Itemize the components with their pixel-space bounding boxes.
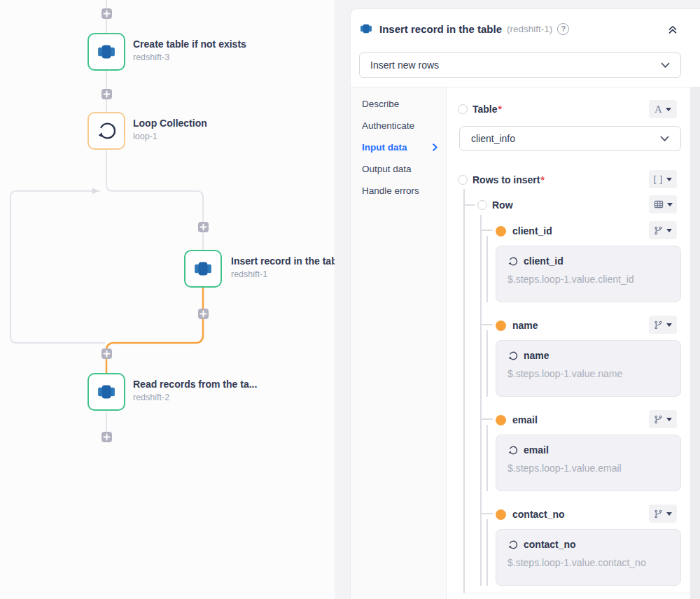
field-head-email: email [496,410,538,430]
node-create-table[interactable] [88,33,125,71]
input-data-form: Table* A client_info [447,87,700,599]
table-radio[interactable] [458,104,468,114]
workflow-canvas[interactable]: Create table if not exists redshift-3 Lo… [0,0,335,599]
table-label: Table* [472,104,502,115]
loop-back-arrowhead [92,188,99,195]
node-title: Read records from the ta... [133,378,257,390]
table-select[interactable]: client_info [459,126,681,151]
field-type-button[interactable] [649,316,677,334]
tree-tick [480,418,493,420]
tree-tick [480,324,493,325]
row-field-head: Row [477,195,513,215]
tab-handle-errors[interactable]: Handle errors [351,180,446,202]
tab-output-data[interactable]: Output data [351,158,446,180]
mapping-type-icon [654,509,663,519]
redshift-icon [96,41,117,62]
rows-field-head: Rows to insert* [458,170,545,190]
loop-ref-icon [507,351,518,361]
section-divider [463,593,690,593]
required-asterisk: * [498,104,502,115]
edge-active-path [106,288,203,373]
field-value-contact-no[interactable]: contact_no $.steps.loop-1.value.contact_… [496,529,681,586]
mapping-type-icon [654,320,663,330]
node-insert-record[interactable] [184,250,222,288]
plus-icon [200,310,207,318]
panel-body: Describe Authenticate Input data Output … [351,87,700,599]
row-radio[interactable] [477,200,487,210]
action-select[interactable]: Insert new rows [359,52,681,78]
field-dot [496,320,506,331]
node-label: Read records from the ta... redshift-2 [133,378,257,403]
table-type-button[interactable]: A [649,100,677,118]
add-step-button[interactable] [198,222,209,232]
double-chevron-up-icon [666,22,679,35]
redshift-icon [192,258,214,279]
field-head-name: name [496,316,538,335]
add-step-button[interactable] [102,89,112,99]
mapping-type-icon [654,226,663,235]
rows-label: Rows to insert* [472,174,545,185]
tree-tick [480,513,493,514]
action-select-value: Insert new rows [370,59,439,71]
chip-expression: $.steps.loop-1.value.email [507,463,669,474]
mapped-chip: email [507,443,669,457]
tab-input-data[interactable]: Input data [351,136,446,158]
node-id: loop-1 [133,131,207,142]
tab-label: Output data [362,164,412,174]
mapped-chip: name [507,348,669,362]
required-asterisk: * [540,174,544,185]
chip-name: email [524,444,549,456]
plus-icon [103,90,111,98]
scrollbar[interactable] [690,87,700,599]
field-value-name[interactable]: name $.steps.loop-1.value.name [496,340,681,397]
add-step-button[interactable] [102,8,112,19]
node-id: redshift-2 [133,392,257,403]
field-type-button[interactable] [649,221,677,239]
panel-title: Insert record in the table [379,23,502,35]
add-step-button[interactable] [102,348,112,359]
array-type-icon: [ ] [654,174,663,184]
collapse-panel-button[interactable] [666,22,679,35]
redshift-icon [96,381,117,402]
field-name: client_id [512,225,552,237]
field-type-button[interactable] [649,410,677,428]
tab-authenticate[interactable]: Authenticate [351,115,446,136]
node-loop-collection[interactable] [88,112,125,150]
tree-tick [480,230,493,231]
workflow-edges [0,0,335,599]
field-head-client-id: client_id [496,221,552,241]
chip-name: contact_no [524,539,576,550]
panel-nav: Describe Authenticate Input data Output … [351,87,447,599]
add-step-button[interactable] [198,309,209,319]
row-type-button[interactable] [649,195,677,213]
node-read-records[interactable] [88,373,125,411]
tab-describe[interactable]: Describe [351,93,446,115]
chip-expression: $.steps.loop-1.value.contact_no [507,557,669,568]
caret-down-icon [667,203,673,206]
rows-type-button[interactable]: [ ] [649,170,677,188]
field-value-email[interactable]: email $.steps.loop-1.value.email [496,435,681,491]
node-id: redshift-3 [133,52,246,63]
caret-down-icon [666,512,672,516]
text-type-icon: A [654,104,662,115]
plus-icon [103,10,111,17]
plus-icon [200,223,207,231]
tab-label: Describe [362,99,399,109]
field-value-client-id[interactable]: client_id $.steps.loop-1.value.client_id [496,246,681,302]
edge-loop-body [106,150,203,250]
field-type-button[interactable] [649,505,677,523]
field-dot [496,226,506,237]
node-label: Create table if not exists redshift-3 [133,38,246,63]
tab-label: Input data [362,142,407,153]
tree-line [480,215,482,586]
help-icon[interactable]: ? [557,23,569,35]
tree-line [486,425,488,491]
node-title: Create table if not exists [133,38,246,50]
rows-radio[interactable] [458,175,468,185]
row-label: Row [492,199,513,211]
loop-ref-icon [507,540,518,550]
panel-header: Insert record in the table (redshift-1) … [351,9,700,48]
tree-line [486,236,488,302]
add-step-button[interactable] [102,432,112,442]
tree-tick [463,204,475,206]
